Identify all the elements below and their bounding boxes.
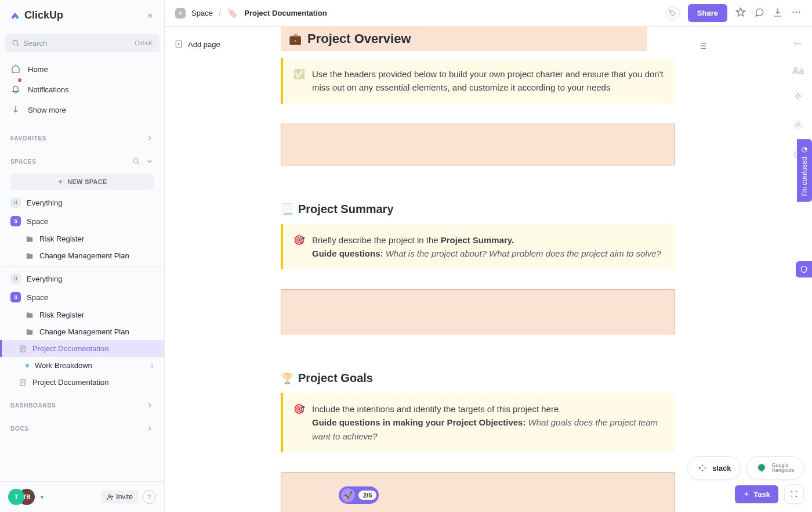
document-body[interactable]: 💼 Project Overview ✅ Use the headers pro… — [269, 27, 812, 512]
spaces-label: SPACES — [10, 158, 37, 165]
apps-menu-button[interactable] — [784, 484, 804, 504]
nav-home[interactable]: Home — [0, 59, 164, 80]
heading-summary[interactable]: 📃 Project Summary — [281, 203, 675, 216]
callout-text: Include the intentions and identify the … — [312, 402, 665, 443]
toc-button[interactable] — [697, 41, 708, 53]
brand[interactable]: ClickUp « — [0, 0, 164, 30]
search-placeholder: Search — [23, 39, 135, 48]
tree-project-documentation[interactable]: Project Documentation — [0, 374, 164, 391]
section-spaces[interactable]: SPACES — [0, 147, 164, 170]
tree-change-mgmt-2[interactable]: Change Management Plan — [0, 323, 164, 340]
nav-notifications-label: Notifications — [28, 85, 69, 94]
grid-icon: ⁞⁞ — [10, 197, 21, 208]
svg-point-4 — [108, 495, 111, 497]
tree-everything[interactable]: ⁞⁞Everything — [0, 193, 164, 212]
chevron-right-icon — [146, 134, 154, 142]
im-confused-button[interactable]: I'm confused ◔ — [797, 139, 812, 202]
breadcrumb-space[interactable]: Space — [191, 9, 213, 17]
doc-icon — [19, 378, 27, 387]
onboarding-progress[interactable]: 🚀 2/5 — [339, 486, 379, 504]
docs-label: DOCS — [10, 426, 29, 432]
clickup-logo-icon — [9, 9, 21, 21]
page-icon: 📃 — [281, 203, 293, 215]
callout-summary[interactable]: 🎯 Briefly describe the project in the Pr… — [281, 224, 675, 270]
tree-everything-2[interactable]: ⁞⁞Everything — [0, 269, 164, 288]
avatar-stack[interactable]: T TB — [8, 489, 35, 505]
breadcrumb-page[interactable]: Project Documentation — [244, 9, 327, 17]
item-count: 1 — [150, 362, 154, 369]
nav-home-label: Home — [28, 65, 48, 74]
heading-title: Project Summary — [298, 203, 394, 216]
search-icon — [12, 39, 20, 47]
space-icon: S — [10, 292, 21, 302]
heading-title: Project Overview — [307, 31, 411, 46]
new-space-button[interactable]: NEW SPACE — [10, 174, 154, 190]
slack-chip[interactable]: slack — [687, 456, 741, 479]
svg-point-19 — [796, 496, 798, 497]
bell-icon — [11, 84, 20, 93]
brand-name: ClickUp — [24, 9, 63, 21]
star-button[interactable] — [735, 7, 746, 20]
svg-point-7 — [796, 11, 797, 12]
input-box-summary[interactable] — [281, 289, 675, 334]
more-button[interactable] — [791, 7, 802, 20]
tree-risk-register-1[interactable]: Risk Register — [0, 230, 164, 247]
tree-change-mgmt-1[interactable]: Change Management Plan — [0, 247, 164, 264]
download-icon — [773, 7, 783, 17]
plus-icon — [57, 178, 64, 185]
tag-button[interactable] — [666, 6, 680, 20]
typography-button[interactable]: Aa — [792, 66, 804, 77]
heading-goals[interactable]: 🏆 Project Goals — [281, 372, 675, 385]
chevron-down-icon[interactable]: ▾ — [41, 494, 44, 500]
svg-rect-13 — [704, 467, 706, 469]
tree-work-breakdown[interactable]: Work Breakdown1 — [0, 357, 164, 374]
nav-notifications[interactable]: Notifications — [0, 80, 164, 100]
check-icon: ✅ — [293, 67, 305, 95]
side-panel-handle[interactable] — [796, 261, 812, 277]
briefcase-icon: 💼 — [289, 33, 302, 45]
list-icon — [697, 41, 708, 51]
chevron-down-icon[interactable] — [146, 157, 154, 165]
settings-button[interactable] — [793, 120, 803, 132]
invite-button[interactable]: Invite — [101, 491, 139, 503]
callout-overview[interactable]: ✅ Use the headers provided below to buil… — [281, 58, 675, 104]
breadcrumb-space-badge[interactable]: S — [175, 8, 186, 19]
page-outline: Add page — [165, 27, 269, 512]
section-docs[interactable]: DOCS — [0, 414, 164, 437]
chevron-right-icon — [146, 401, 154, 409]
section-dashboards[interactable]: DASHBOARDS — [0, 391, 164, 414]
search-icon[interactable] — [132, 157, 140, 165]
heading-overview[interactable]: 💼 Project Overview — [281, 27, 647, 51]
topbar: S Space / 🔖 Project Documentation Share — [165, 0, 812, 27]
tree-project-documentation-active[interactable]: Project Documentation — [0, 340, 164, 357]
breadcrumb-separator: / — [219, 8, 221, 19]
heading-title: Project Goals — [298, 372, 373, 385]
tree-space-1[interactable]: SSpace — [0, 212, 164, 230]
download-button[interactable] — [773, 7, 783, 20]
callout-goals[interactable]: 🎯 Include the intentions and identify th… — [281, 393, 675, 452]
help-button[interactable]: ? — [142, 490, 156, 504]
share-button[interactable]: Share — [688, 4, 727, 22]
add-page-button[interactable]: Add page — [171, 37, 263, 51]
comments-button[interactable] — [754, 7, 764, 20]
ai-button[interactable] — [793, 92, 803, 104]
section-favorites[interactable]: FAVORITES — [0, 124, 164, 147]
new-task-button[interactable]: Task — [735, 485, 778, 503]
tree-risk-register-2[interactable]: Risk Register — [0, 307, 164, 323]
search-input[interactable]: Search Ctrl+K — [5, 34, 160, 52]
collapse-sidebar-icon[interactable]: « — [146, 8, 155, 22]
arrows-horizontal-icon — [793, 38, 803, 49]
apps-grid-icon — [789, 489, 799, 499]
home-icon — [11, 64, 20, 73]
svg-rect-14 — [701, 470, 703, 471]
input-box-overview[interactable] — [281, 124, 675, 165]
svg-point-8 — [799, 11, 800, 12]
folder-icon — [26, 311, 34, 319]
width-toggle[interactable] — [793, 38, 803, 51]
svg-point-0 — [13, 40, 17, 45]
tree-space-2[interactable]: SSpace — [0, 288, 164, 307]
star-icon — [735, 7, 746, 17]
nav-show-more[interactable]: Show more — [0, 100, 164, 120]
hangouts-chip[interactable]: GoogleHangouts — [746, 456, 804, 479]
callout-text: Use the headers provided below to build … — [312, 67, 665, 95]
